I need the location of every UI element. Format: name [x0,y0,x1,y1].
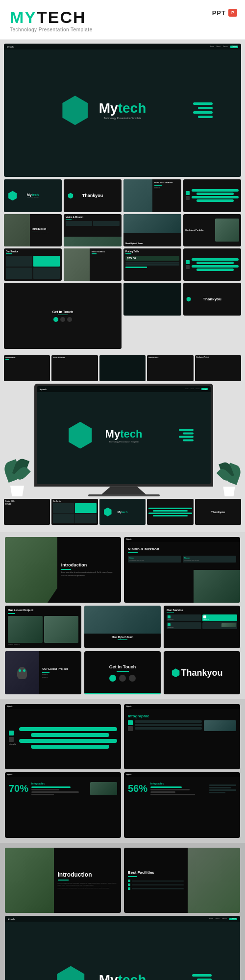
info3-nav: Mytech [5,772,121,777]
intro-xl-text2: Duis aute irure dolor in reprehenderit i… [58,887,117,889]
sq-line-4 [196,199,234,202]
git-title-sm: Get In Touch [52,310,73,314]
intro-large-text2: Duis aute irure dolor in reprehenderit. [61,575,117,577]
info4-text-col [209,784,236,793]
mon-deco-1 [179,429,194,431]
slide-getintouch-sm: Get In Touch [4,283,122,349]
sc-icon-2 [203,615,206,618]
hero-b-hex [55,966,87,980]
latest-item-1 [8,616,43,643]
monitor-top-slides: Introduction Vision & Mission Best Facil… [0,353,245,381]
slide-row-2: Mytech Technology Template Thankyou Our … [4,179,241,212]
sc-img [221,623,236,627]
slide-infographic-2 [183,248,241,281]
brand-subtitle: Technology Presentation Template [10,27,235,32]
nav-link-1: Home [210,46,214,48]
info2-col1 [128,720,133,731]
git-icon-2 [60,317,65,322]
vision-label: Vision [129,557,180,559]
slide-pricing-sm: Pricing Table $75.00 [123,248,181,281]
vision-img [64,237,122,246]
hero-b-deco-1 [192,974,212,977]
monitor-frame: Mytech Home About Service Contact Mytech [34,384,213,487]
m-best-t: Best Facilities [148,357,192,359]
ty-large-hex [172,668,180,677]
monitor-base [88,494,160,496]
fac-dot-3 [128,887,130,890]
service-card-3 [6,268,32,279]
slide-latest-large: Our Latest Project Project 01 Project 02 [5,606,81,649]
info3-logo: Mytech [7,774,12,776]
portfolio-2-img [215,219,240,242]
hero-b-nav-3: Service [222,918,227,920]
mon-deco-2 [183,433,194,435]
mb-scard-1 [53,503,74,513]
mb-sq-lines [148,508,192,516]
info4-text-4 [209,792,225,793]
info4-percent-val: 56% [128,783,147,794]
vision-img-corner [194,570,240,603]
sm-brand: Mytech [27,193,39,196]
intro-xl-text: Lorem ipsum dolor sit amet, consectetur … [58,882,117,886]
brand-title: MYTECH [10,9,235,25]
mb-slide-infographic [147,499,193,525]
info4-bar-rows [150,786,206,795]
mb-slide-hero2: Mytech [99,499,146,525]
robot-head [17,667,27,679]
price-row-1 [125,262,179,264]
service-card-4 [33,268,60,279]
slide-nav-links: Home About Service Contact [210,46,238,48]
ty-sm-text: Thankyou [203,297,221,301]
info-slide-4: Mytech 56% Infographic [124,772,240,837]
pricing-title-sm: Pricing Table [125,250,179,253]
intro-photo [5,537,57,602]
sq-line-1 [192,189,239,192]
vision-items [66,221,120,226]
intro-xl-acc [58,880,69,881]
vision-box-l: Vision Lorem ipsum dolor sit amet [128,556,181,563]
slide-thankyou-sm: Thankyou [183,283,241,315]
slide-nav-logo: Mytech [7,46,14,48]
info3-bar-rows [31,786,87,795]
monitor-brand: Mytech [105,428,143,441]
facilities-img [64,248,90,281]
latest-title-large: Our Latest Project [8,609,78,612]
fac-item-1 [128,880,184,882]
intro-accent [32,231,38,232]
slide-infographic-1 [183,179,241,212]
info1-content: Infographic [9,714,117,761]
monitor-brand-sub: Technology Presentation Template [105,441,143,443]
git-ci-2 [119,675,126,682]
section-monitor: Introduction Vision & Mission Best Facil… [0,353,245,532]
hero-slide-main: Mytech Home About Service Contact Mytech… [4,44,241,177]
info1-sq-1 [19,727,117,731]
intro-xl-photo [5,848,54,913]
slide-git-large: Get In Touch [84,651,161,694]
portfolio-content: Our Latest Portfolio Project 01 Project … [152,179,181,212]
service-title-large: Our Service [167,609,237,612]
service-card-1 [6,256,32,267]
slide-thankyou-1: Thankyou [64,179,122,212]
info1-logo: Mytech [7,706,12,708]
slide-robot-large: Our Latest Project Project 01 Project 02… [5,651,81,694]
sq2-line-4 [196,269,234,271]
mon-nav-1: Home [185,388,189,390]
vision-title-large: Vision & Mission [128,547,236,551]
squiggle-lines-2 [192,258,239,271]
robot-eye-1 [19,669,21,672]
bottom-row-1: Introduction Lorem ipsum dolor sit amet,… [5,848,240,913]
info4-text-2 [209,787,231,788]
service-card-2 [33,256,60,267]
deco-line-4 [198,116,213,118]
m-slide-best: Best Facilities [147,355,193,381]
mb-slide-service: Our Service [51,499,98,525]
slide-facilities-xl: Best Facilities [124,848,240,913]
mb-hex [103,508,112,516]
service-cards [6,256,60,279]
info4-bars: Infographic [150,782,206,795]
info4-nav: Mytech [124,772,240,777]
mb-sq-2 [153,510,188,512]
git-ci-3 [129,675,136,682]
monitor-plant-area: Mytech Home About Service Contact Mytech [0,384,245,496]
fac-text-1 [132,881,184,882]
